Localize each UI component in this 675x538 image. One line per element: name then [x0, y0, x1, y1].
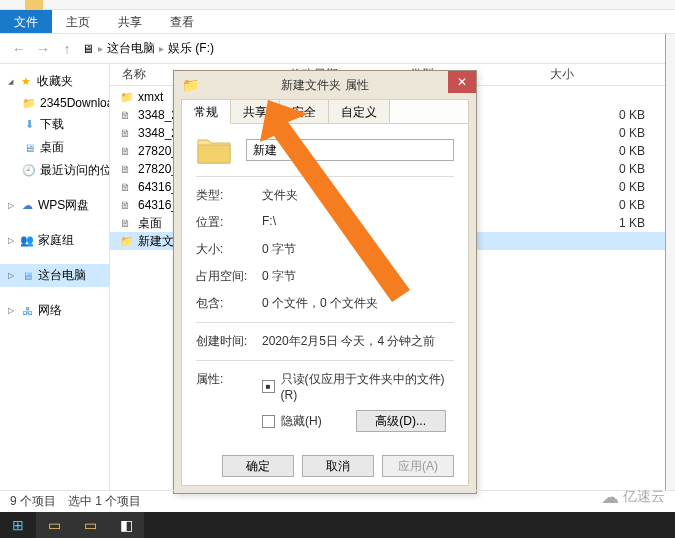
tab-general[interactable]: 常规	[182, 100, 231, 124]
dialog-content: 类型:文件夹 位置:F:\ 大小:0 字节 占用空间:0 字节 包含:0 个文件…	[182, 124, 468, 452]
breadcrumb-drive[interactable]: 娱乐 (F:)	[168, 40, 214, 57]
size-label: 大小:	[196, 241, 262, 258]
folder-name-input[interactable]	[246, 139, 454, 161]
ribbon-tab-home[interactable]: 主页	[52, 10, 104, 33]
ribbon-tab-file[interactable]: 文件	[0, 10, 52, 33]
folder-icon: 📁	[120, 235, 134, 248]
properties-dialog: 📁 新建文件夹 属性 ✕ 常规 共享 安全 自定义 类型:文件夹 位置:F:\ …	[173, 70, 477, 494]
sidebar-item-download[interactable]: ⬇ 下载	[0, 113, 109, 136]
dialog-footer: 确定 取消 应用(A)	[222, 455, 454, 477]
cloud-icon: ☁	[20, 199, 34, 213]
ribbon-tab-view[interactable]: 查看	[156, 10, 208, 33]
nav-sidebar: ★ 收藏夹 📁 2345Downloads ⬇ 下载 🖥 桌面 🕘 最近访问的位…	[0, 64, 110, 490]
separator	[196, 360, 454, 361]
file-size: 1 KB	[619, 216, 645, 230]
hidden-label: 隐藏(H)	[281, 413, 322, 430]
ribbon-tab-share[interactable]: 共享	[104, 10, 156, 33]
right-scrollbar-area[interactable]	[665, 34, 675, 490]
file-size: 0 KB	[619, 180, 645, 194]
file-icon: 🗎	[120, 127, 134, 139]
file-icon: 🗎	[120, 145, 134, 157]
breadcrumb[interactable]: 🖥 ▸ 这台电脑 ▸ 娱乐 (F:)	[82, 40, 214, 57]
advanced-button[interactable]: 高级(D)...	[356, 410, 446, 432]
sidebar-item-label: 网络	[38, 302, 62, 319]
folder-icon: 📁	[182, 77, 199, 93]
tab-sharing[interactable]: 共享	[231, 100, 280, 124]
size-value: 0 字节	[262, 241, 454, 258]
disk-value: 0 字节	[262, 268, 454, 285]
sidebar-thispc[interactable]: 🖥 这台电脑	[0, 264, 109, 287]
sidebar-label: 收藏夹	[37, 73, 73, 90]
location-value: F:\	[262, 214, 454, 231]
cancel-button[interactable]: 取消	[302, 455, 374, 477]
close-button[interactable]: ✕	[448, 71, 476, 93]
sidebar-item-desktop[interactable]: 🖥 桌面	[0, 136, 109, 159]
big-folder-icon	[196, 134, 232, 166]
readonly-label: 只读(仅应用于文件夹中的文件)(R)	[281, 371, 454, 402]
ribbon-tabs: 文件 主页 共享 查看	[0, 10, 675, 34]
apply-button[interactable]: 应用(A)	[382, 455, 454, 477]
sidebar-item-label: 这台电脑	[38, 267, 86, 284]
file-size: 0 KB	[619, 162, 645, 176]
sidebar-item-recent[interactable]: 🕘 最近访问的位置	[0, 159, 109, 182]
title-strip	[0, 0, 675, 10]
file-size: 0 KB	[619, 108, 645, 122]
watermark-text: 亿速云	[623, 488, 665, 506]
dialog-titlebar[interactable]: 📁 新建文件夹 属性 ✕	[174, 71, 476, 99]
file-size: 0 KB	[619, 144, 645, 158]
sidebar-item-label: WPS网盘	[38, 197, 89, 214]
sidebar-favorites[interactable]: ★ 收藏夹	[0, 70, 109, 93]
readonly-checkbox[interactable]	[262, 380, 275, 393]
taskbar: ⊞ ▭ ▭ ◧	[0, 512, 675, 538]
taskbar-app-icon[interactable]: ◧	[108, 512, 144, 538]
selected-count: 选中 1 个项目	[68, 493, 141, 510]
item-count: 9 个项目	[10, 493, 56, 510]
chevron-right-icon: ▸	[98, 43, 103, 54]
attr-label: 属性:	[196, 371, 262, 432]
type-label: 类型:	[196, 187, 262, 204]
location-label: 位置:	[196, 214, 262, 231]
dialog-tabs: 常规 共享 安全 自定义	[182, 100, 468, 124]
separator	[196, 176, 454, 177]
folder-icon: 📁	[22, 96, 36, 110]
tab-security[interactable]: 安全	[280, 100, 329, 124]
dialog-title-text: 新建文件夹 属性	[281, 77, 368, 94]
file-size: 0 KB	[619, 198, 645, 212]
file-icon: 🗎	[120, 109, 134, 121]
type-value: 文件夹	[262, 187, 454, 204]
file-icon: 🗎	[120, 217, 134, 229]
col-size[interactable]: 大小	[490, 66, 675, 83]
created-value: 2020年2月5日 今天，4 分钟之前	[262, 333, 454, 350]
sidebar-homegroup[interactable]: 👥 家庭组	[0, 229, 109, 252]
nav-back-icon[interactable]: ←	[10, 40, 28, 58]
nav-up-icon[interactable]: ↑	[58, 40, 76, 58]
ok-button[interactable]: 确定	[222, 455, 294, 477]
status-bar: 9 个项目 选中 1 个项目	[0, 490, 675, 512]
contains-value: 0 个文件，0 个文件夹	[262, 295, 454, 312]
taskbar-explorer-icon[interactable]: ▭	[36, 512, 72, 538]
network-icon: 🖧	[20, 304, 34, 318]
sidebar-item-label: 下载	[40, 116, 64, 133]
download-icon: ⬇	[22, 118, 36, 132]
sidebar-item-label: 桌面	[40, 139, 64, 156]
sidebar-item-2345[interactable]: 📁 2345Downloads	[0, 93, 109, 113]
file-icon: 🗎	[120, 181, 134, 193]
taskbar-explorer-icon[interactable]: ▭	[72, 512, 108, 538]
contains-label: 包含:	[196, 295, 262, 312]
watermark: ☁ 亿速云	[601, 486, 665, 508]
nav-fwd-icon[interactable]: →	[34, 40, 52, 58]
hidden-checkbox[interactable]	[262, 415, 275, 428]
address-bar: ← → ↑ 🖥 ▸ 这台电脑 ▸ 娱乐 (F:)	[0, 34, 675, 64]
homegroup-icon: 👥	[20, 234, 34, 248]
sidebar-item-label: 2345Downloads	[40, 96, 110, 110]
disk-label: 占用空间:	[196, 268, 262, 285]
pc-icon: 🖥	[82, 42, 94, 56]
breadcrumb-pc[interactable]: 这台电脑	[107, 40, 155, 57]
folder-icon: 📁	[120, 91, 134, 104]
file-size: 0 KB	[619, 126, 645, 140]
sidebar-network[interactable]: 🖧 网络	[0, 299, 109, 322]
pc-icon: 🖥	[20, 269, 34, 283]
tab-customize[interactable]: 自定义	[329, 100, 390, 124]
start-button[interactable]: ⊞	[0, 512, 36, 538]
sidebar-wps[interactable]: ☁ WPS网盘	[0, 194, 109, 217]
